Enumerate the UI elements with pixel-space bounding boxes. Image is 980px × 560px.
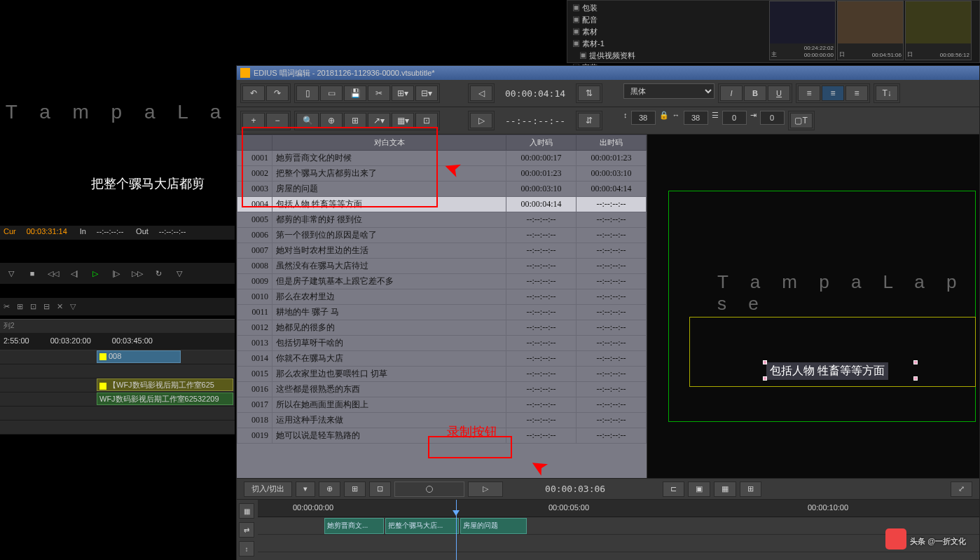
step-back-button[interactable]: ◁|	[67, 266, 82, 281]
text-style-button[interactable]: T↓	[876, 86, 898, 101]
tool-button[interactable]: ↗▾	[368, 113, 390, 128]
find-button[interactable]: 🔍	[296, 113, 319, 128]
row-text[interactable]: 包括切草呀干啥的	[272, 336, 506, 351]
row-text[interactable]: 运用这种手法来做	[272, 413, 506, 428]
row-out-tc[interactable]: --:--:--:--	[577, 336, 647, 351]
row-in-tc[interactable]: --:--:--:--	[506, 259, 577, 274]
title-clip[interactable]: WFJ数码影视后期工作室62532209	[97, 392, 233, 405]
zoom-button[interactable]: ⊕	[320, 113, 343, 128]
row-in-tc[interactable]: 00:00:00:17	[506, 151, 577, 166]
row-in-tc[interactable]: --:--:--:--	[506, 382, 577, 397]
resize-handle[interactable]	[763, 360, 767, 364]
bin-item[interactable]: 包装	[569, 2, 762, 14]
rewind-button[interactable]: ◁◁	[46, 266, 61, 281]
row-text[interactable]: 她都见的很多的	[272, 320, 506, 336]
row-in-tc[interactable]: --:--:--:--	[506, 397, 577, 413]
row-out-tc[interactable]: --:--:--:--	[577, 212, 647, 228]
subtitle-row[interactable]: 0016这些都是很熟悉的东西--:--:--:----:--:--:--	[237, 382, 647, 397]
tool-button[interactable]: ▣	[688, 482, 710, 497]
subtitle-row[interactable]: 0001她剪晋商文化的时候00:00:00:1700:00:01:23	[237, 151, 647, 166]
row-out-tc[interactable]: --:--:--:--	[577, 413, 647, 428]
subtitle-row[interactable]: 0005都剪的非常的好 很到位--:--:--:----:--:--:--	[237, 212, 647, 228]
italic-button[interactable]: I	[720, 86, 743, 101]
tool-icon[interactable]: ⊡	[30, 302, 36, 311]
row-in-tc[interactable]: --:--:--:--	[506, 289, 577, 305]
font-select[interactable]: 黑体	[623, 83, 715, 99]
font-size-input[interactable]	[631, 111, 656, 125]
paste-button[interactable]: ⊟▾	[415, 86, 438, 101]
col-header-in[interactable]: 入时码	[506, 135, 577, 151]
row-out-tc[interactable]: --:--:--:--	[577, 274, 647, 289]
clip-thumbnail[interactable]: 日00:08:56:12	[905, 1, 972, 60]
subtitle-row[interactable]: 0010那么在农村里边--:--:--:----:--:--:--	[237, 289, 647, 305]
col-header-num[interactable]	[237, 135, 272, 151]
row-text[interactable]: 她剪晋商文化的时候	[272, 151, 506, 166]
add-button[interactable]: +	[242, 113, 265, 128]
resize-handle[interactable]	[913, 360, 918, 364]
subtitle-ruler[interactable]: 00:00:00:00 00:00:05:00 00:00:10:00	[258, 500, 979, 517]
col-header-out[interactable]: 出时码	[577, 135, 647, 151]
step-fwd-button[interactable]: |▷	[109, 266, 124, 281]
tool-button[interactable]: ⊞	[344, 113, 366, 128]
sync-out-button[interactable]: ⇵	[578, 113, 600, 128]
clip-thumbnail[interactable]: 主00:00:00:0000:24:22:02	[769, 1, 836, 60]
subtitle-row[interactable]: 0008虽然没有在骡马大店待过--:--:--:----:--:--:--	[237, 259, 647, 274]
subtitle-row[interactable]: 0011耕地的牛 骡子 马--:--:--:----:--:--:--	[237, 305, 647, 320]
row-out-tc[interactable]: --:--:--:--	[577, 367, 647, 382]
loop-button[interactable]: ↻	[151, 266, 166, 281]
row-in-tc[interactable]: 00:00:03:10	[506, 182, 577, 197]
spacing-input[interactable]	[722, 111, 747, 125]
row-out-tc[interactable]: --:--:--:--	[577, 289, 647, 305]
clip-thumbnail[interactable]: 日00:04:51:06	[837, 1, 904, 60]
text-box-button[interactable]: ▢T	[790, 113, 813, 128]
row-out-tc[interactable]: --:--:--:--	[577, 259, 647, 274]
row-text[interactable]: 虽然没有在骡马大店待过	[272, 259, 506, 274]
row-text[interactable]: 第一个很到位的原因是啥了	[272, 228, 506, 243]
row-text[interactable]: 所以在她画面里面构图上	[272, 397, 506, 413]
prev-button[interactable]: ▽	[4, 266, 19, 281]
marker-out-button[interactable]: ▷	[470, 113, 492, 128]
row-out-tc[interactable]: 00:00:01:23	[577, 151, 647, 166]
row-out-tc[interactable]: --:--:--:--	[577, 351, 647, 367]
tool-icon[interactable]: ▦	[239, 503, 254, 519]
subtitle-row[interactable]: 0003房屋的问题00:00:03:1000:00:04:14	[237, 182, 647, 197]
in-out-button[interactable]: 切入/切出	[244, 482, 292, 497]
play-button[interactable]: ▷	[88, 266, 103, 281]
row-out-tc[interactable]: 00:00:03:10	[577, 166, 647, 182]
bin-item[interactable]: 素材	[569, 26, 762, 38]
stop-button[interactable]: ■	[25, 266, 40, 281]
subtitle-row[interactable]: 0014你就不在骡马大店--:--:--:----:--:--:--	[237, 351, 647, 367]
bin-item[interactable]: 提供视频资料	[569, 50, 762, 62]
tool-button[interactable]: ⊡	[415, 113, 438, 128]
tool-icon[interactable]: ↕	[239, 541, 254, 556]
row-out-tc[interactable]: --:--:--:--	[577, 382, 647, 397]
subtitle-preview[interactable]: T a m p a L a p s e 包括人物 牲畜等等方面	[647, 135, 979, 478]
cut-icon[interactable]: ✂	[4, 302, 10, 311]
open-button[interactable]: ▭	[320, 86, 343, 101]
tool-icon[interactable]: ▽	[70, 302, 76, 311]
row-text[interactable]: 房屋的问题	[272, 182, 506, 197]
underline-button[interactable]: U	[768, 86, 790, 101]
row-text[interactable]: 那么农家里边也要喂牲口 切草	[272, 367, 506, 382]
row-text[interactable]: 她可以说是轻车熟路的	[272, 428, 506, 444]
sync-button[interactable]: ⇅	[578, 86, 600, 101]
row-in-tc[interactable]: --:--:--:--	[506, 351, 577, 367]
undo-button[interactable]: ↶	[242, 86, 265, 101]
save-button[interactable]: 💾	[344, 86, 366, 101]
video-clip[interactable]: 008	[97, 350, 181, 363]
resize-handle[interactable]	[763, 376, 767, 381]
row-out-tc[interactable]: --:--:--:--	[577, 428, 647, 444]
row-out-tc[interactable]: --:--:--:--	[577, 305, 647, 320]
row-out-tc[interactable]: --:--:--:--	[577, 320, 647, 336]
row-in-tc[interactable]: --:--:--:--	[506, 274, 577, 289]
subtitle-row[interactable]: 0015那么农家里边也要喂牲口 切草--:--:--:----:--:--:--	[237, 367, 647, 382]
row-out-tc[interactable]: 00:00:04:14	[577, 182, 647, 197]
lock-icon[interactable]: 🔒	[659, 111, 669, 130]
row-in-tc[interactable]: --:--:--:--	[506, 320, 577, 336]
window-titlebar[interactable]: EDIUS 唱词编辑 - 20181126-112936-0000.vtsubt…	[237, 66, 979, 80]
row-in-tc[interactable]: --:--:--:--	[506, 305, 577, 320]
marker-button[interactable]: ◁	[470, 86, 492, 101]
dropdown-button[interactable]: ▾	[296, 482, 315, 497]
row-in-tc[interactable]: --:--:--:--	[506, 413, 577, 428]
subtitle-clip[interactable]: 她剪晋商文...	[324, 518, 384, 534]
